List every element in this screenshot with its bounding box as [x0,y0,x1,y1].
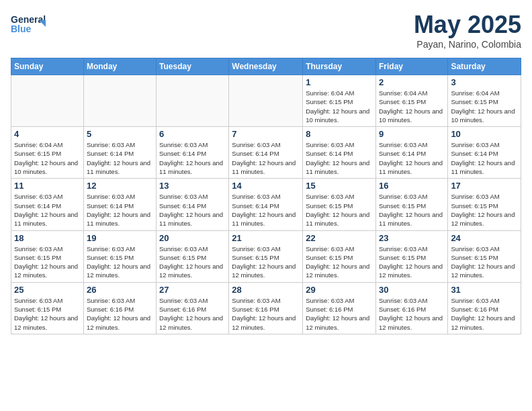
day-info: Sunrise: 6:04 AM Sunset: 6:15 PM Dayligh… [451,89,518,124]
day-info: Sunrise: 6:03 AM Sunset: 6:14 PM Dayligh… [232,192,300,228]
day-info: Sunrise: 6:03 AM Sunset: 6:15 PM Dayligh… [14,244,81,280]
day-number: 27 [159,285,226,295]
location: Payan, Narino, Colombia [414,39,521,50]
day-info: Sunrise: 6:03 AM Sunset: 6:15 PM Dayligh… [232,244,300,280]
table-row [229,75,303,127]
table-row: 23Sunrise: 6:03 AM Sunset: 6:15 PM Dayli… [375,230,447,282]
day-info: Sunrise: 6:03 AM Sunset: 6:16 PM Dayligh… [159,296,226,332]
day-info: Sunrise: 6:04 AM Sunset: 6:15 PM Dayligh… [306,89,373,124]
day-info: Sunrise: 6:03 AM Sunset: 6:15 PM Dayligh… [159,244,226,280]
day-number: 5 [87,129,153,139]
day-number: 16 [379,181,445,191]
table-row: 21Sunrise: 6:03 AM Sunset: 6:15 PM Dayli… [229,230,303,282]
table-row: 25Sunrise: 6:03 AM Sunset: 6:15 PM Dayli… [11,282,84,334]
table-row: 31Sunrise: 6:03 AM Sunset: 6:16 PM Dayli… [448,282,521,334]
table-row: 6Sunrise: 6:03 AM Sunset: 6:14 PM Daylig… [157,127,229,179]
col-sunday: Sunday [11,58,84,75]
table-row: 4Sunrise: 6:04 AM Sunset: 6:15 PM Daylig… [11,127,84,179]
day-number: 17 [451,181,518,191]
table-row: 14Sunrise: 6:03 AM Sunset: 6:14 PM Dayli… [229,179,303,230]
table-row: 17Sunrise: 6:03 AM Sunset: 6:15 PM Dayli… [448,179,521,230]
title-block: May 2025 Payan, Narino, Colombia [414,11,521,50]
day-info: Sunrise: 6:03 AM Sunset: 6:15 PM Dayligh… [451,192,518,228]
table-row [157,75,229,127]
table-row: 9Sunrise: 6:03 AM Sunset: 6:14 PM Daylig… [375,127,447,179]
day-number: 28 [232,285,300,295]
day-number: 3 [451,77,518,87]
table-row: 3Sunrise: 6:04 AM Sunset: 6:15 PM Daylig… [448,75,521,127]
logo-icon: General Blue [11,11,46,38]
day-number: 11 [14,181,81,191]
day-number: 24 [451,233,518,243]
day-number: 25 [14,285,81,295]
day-info: Sunrise: 6:03 AM Sunset: 6:15 PM Dayligh… [379,244,445,280]
table-row: 1Sunrise: 6:04 AM Sunset: 6:15 PM Daylig… [303,75,376,127]
day-info: Sunrise: 6:03 AM Sunset: 6:14 PM Dayligh… [306,140,373,176]
day-info: Sunrise: 6:03 AM Sunset: 6:14 PM Dayligh… [159,192,226,228]
col-friday: Friday [375,58,447,75]
table-row: 11Sunrise: 6:03 AM Sunset: 6:14 PM Dayli… [11,179,84,230]
table-row: 29Sunrise: 6:03 AM Sunset: 6:16 PM Dayli… [303,282,376,334]
col-wednesday: Wednesday [229,58,303,75]
day-number: 9 [379,129,445,139]
day-number: 26 [87,285,153,295]
col-saturday: Saturday [448,58,521,75]
table-row: 16Sunrise: 6:03 AM Sunset: 6:15 PM Dayli… [375,179,447,230]
day-number: 10 [451,129,518,139]
calendar-week-row: 11Sunrise: 6:03 AM Sunset: 6:14 PM Dayli… [11,179,521,230]
day-info: Sunrise: 6:04 AM Sunset: 6:15 PM Dayligh… [14,140,81,176]
day-number: 2 [379,77,445,87]
table-row: 5Sunrise: 6:03 AM Sunset: 6:14 PM Daylig… [83,127,156,179]
table-row: 26Sunrise: 6:03 AM Sunset: 6:16 PM Dayli… [83,282,156,334]
logo: General Blue [11,11,46,38]
day-info: Sunrise: 6:03 AM Sunset: 6:16 PM Dayligh… [87,296,153,332]
day-number: 15 [306,181,373,191]
table-row: 2Sunrise: 6:04 AM Sunset: 6:15 PM Daylig… [375,75,447,127]
day-number: 1 [306,77,373,87]
day-number: 21 [232,233,300,243]
table-row: 15Sunrise: 6:03 AM Sunset: 6:15 PM Dayli… [303,179,376,230]
day-info: Sunrise: 6:03 AM Sunset: 6:14 PM Dayligh… [159,140,226,176]
col-tuesday: Tuesday [157,58,229,75]
day-number: 18 [14,233,81,243]
day-number: 6 [159,129,226,139]
day-number: 31 [451,285,518,295]
day-info: Sunrise: 6:03 AM Sunset: 6:16 PM Dayligh… [306,296,373,332]
day-number: 14 [232,181,300,191]
calendar-week-row: 18Sunrise: 6:03 AM Sunset: 6:15 PM Dayli… [11,230,521,282]
table-row [11,75,84,127]
day-info: Sunrise: 6:03 AM Sunset: 6:16 PM Dayligh… [232,296,300,332]
day-number: 7 [232,129,300,139]
day-number: 23 [379,233,445,243]
table-row: 8Sunrise: 6:03 AM Sunset: 6:14 PM Daylig… [303,127,376,179]
day-info: Sunrise: 6:03 AM Sunset: 6:16 PM Dayligh… [451,296,518,332]
table-row: 7Sunrise: 6:03 AM Sunset: 6:14 PM Daylig… [229,127,303,179]
day-info: Sunrise: 6:03 AM Sunset: 6:14 PM Dayligh… [379,140,445,176]
table-row: 10Sunrise: 6:03 AM Sunset: 6:14 PM Dayli… [448,127,521,179]
table-row: 20Sunrise: 6:03 AM Sunset: 6:15 PM Dayli… [157,230,229,282]
day-info: Sunrise: 6:03 AM Sunset: 6:14 PM Dayligh… [14,192,81,228]
table-row: 12Sunrise: 6:03 AM Sunset: 6:14 PM Dayli… [83,179,156,230]
table-row: 18Sunrise: 6:03 AM Sunset: 6:15 PM Dayli… [11,230,84,282]
table-row: 24Sunrise: 6:03 AM Sunset: 6:15 PM Dayli… [448,230,521,282]
table-row: 19Sunrise: 6:03 AM Sunset: 6:15 PM Dayli… [83,230,156,282]
col-thursday: Thursday [303,58,376,75]
day-number: 20 [159,233,226,243]
day-number: 19 [87,233,153,243]
calendar-week-row: 1Sunrise: 6:04 AM Sunset: 6:15 PM Daylig… [11,75,521,127]
calendar-table: Sunday Monday Tuesday Wednesday Thursday… [11,58,521,334]
day-info: Sunrise: 6:03 AM Sunset: 6:14 PM Dayligh… [87,140,153,176]
table-row: 13Sunrise: 6:03 AM Sunset: 6:14 PM Dayli… [157,179,229,230]
day-number: 30 [379,285,445,295]
day-info: Sunrise: 6:03 AM Sunset: 6:14 PM Dayligh… [451,140,518,176]
table-row [83,75,156,127]
col-monday: Monday [83,58,156,75]
day-number: 29 [306,285,373,295]
calendar-week-row: 4Sunrise: 6:04 AM Sunset: 6:15 PM Daylig… [11,127,521,179]
day-info: Sunrise: 6:03 AM Sunset: 6:16 PM Dayligh… [379,296,445,332]
day-info: Sunrise: 6:03 AM Sunset: 6:15 PM Dayligh… [14,296,81,332]
day-info: Sunrise: 6:03 AM Sunset: 6:14 PM Dayligh… [87,192,153,228]
table-row: 30Sunrise: 6:03 AM Sunset: 6:16 PM Dayli… [375,282,447,334]
day-number: 13 [159,181,226,191]
day-info: Sunrise: 6:03 AM Sunset: 6:15 PM Dayligh… [306,244,373,280]
